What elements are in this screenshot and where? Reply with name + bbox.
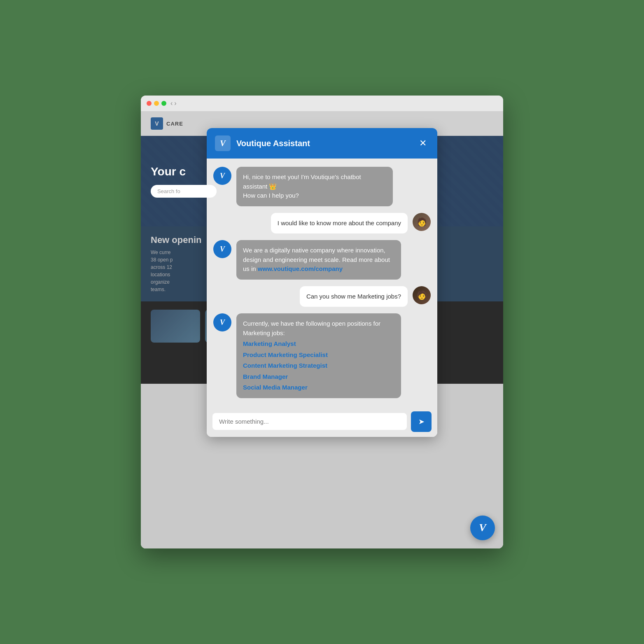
chat-logo-letter: V: [220, 139, 225, 148]
chat-logo: V: [215, 135, 231, 151]
message-row-3: V We are a digitally native company wher…: [213, 240, 431, 280]
floating-chat-button[interactable]: V: [470, 516, 495, 540]
message-row-5: V Currently, we have the following open …: [213, 313, 431, 398]
message-row-4: 🧑 Can you show me Marketing jobs?: [213, 286, 431, 307]
user-avatar-1: 🧑: [413, 213, 431, 231]
bot-avatar-letter-3: V: [220, 318, 225, 327]
job-link-2[interactable]: Product Marketing Specialist: [243, 350, 394, 360]
dot-green[interactable]: [161, 101, 166, 106]
job-link-4[interactable]: Brand Manager: [243, 372, 394, 382]
floating-btn-letter: V: [479, 522, 486, 534]
chat-input[interactable]: [212, 413, 407, 430]
dot-yellow[interactable]: [154, 101, 159, 106]
job-link-5[interactable]: Social Media Manager: [243, 383, 394, 392]
job-link-1[interactable]: Marketing Analyst: [243, 339, 394, 349]
bot-avatar-2: V: [213, 240, 231, 258]
nav-forward[interactable]: ›: [174, 100, 176, 107]
search-bar[interactable]: Search fo: [151, 185, 217, 198]
dot-red[interactable]: [147, 101, 152, 106]
browser-content: V CARE Your c Search fo New openin We cu…: [141, 112, 503, 548]
bot-avatar-letter: V: [220, 172, 225, 180]
browser-window: ‹ › V CARE Your c Search fo: [141, 96, 503, 548]
send-button[interactable]: ➤: [411, 411, 432, 432]
hero-title: Your c: [151, 165, 217, 178]
bot-message-1: Hi, nice to meet you! I'm Voutique's cha…: [236, 167, 393, 206]
send-icon: ➤: [418, 417, 425, 426]
chat-input-area: ➤: [207, 406, 437, 437]
chat-title: Voutique Assistant: [236, 139, 411, 148]
user-avatar-2: 🧑: [413, 286, 431, 304]
hero-text: Your c Search fo: [151, 165, 217, 198]
user-message-1: I would like to know more about the comp…: [271, 213, 408, 234]
company-link[interactable]: www.voutique.com/company: [258, 265, 343, 272]
job-link-3[interactable]: Content Marketing Strategist: [243, 361, 394, 371]
message-row-1: V Hi, nice to meet you! I'm Voutique's c…: [213, 167, 431, 206]
close-button[interactable]: ✕: [417, 137, 429, 149]
chat-modal: V Voutique Assistant ✕ V Hi, nice to mee…: [207, 128, 437, 437]
message-row-2: 🧑 I would like to know more about the co…: [213, 213, 431, 234]
bot-message-2: We are a digitally native company where …: [236, 240, 401, 280]
chat-messages: V Hi, nice to meet you! I'm Voutique's c…: [207, 159, 437, 406]
bot-message-3: Currently, we have the following open po…: [236, 313, 401, 398]
browser-chrome: ‹ ›: [141, 96, 503, 112]
browser-nav: ‹ ›: [170, 100, 177, 107]
nav-back[interactable]: ‹: [170, 100, 173, 107]
browser-dots: [147, 101, 166, 106]
chat-header: V Voutique Assistant ✕: [207, 128, 437, 159]
user-message-2: Can you show me Marketing jobs?: [300, 286, 408, 307]
bot-avatar-3: V: [213, 313, 231, 331]
bot-avatar-letter-2: V: [220, 245, 225, 254]
